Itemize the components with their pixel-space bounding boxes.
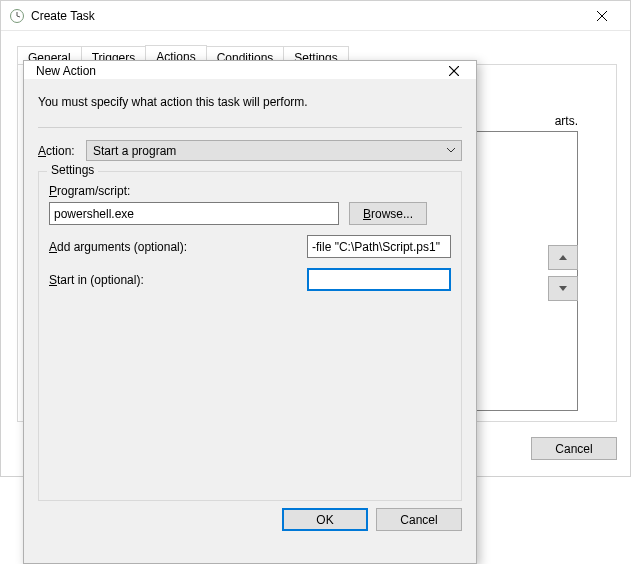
- reorder-buttons: [548, 245, 578, 301]
- titlebar: Create Task: [1, 1, 630, 31]
- program-row: Browse...: [49, 202, 451, 225]
- dialog-cancel-button[interactable]: Cancel: [376, 508, 462, 531]
- divider: [38, 127, 462, 128]
- close-button[interactable]: [582, 2, 622, 30]
- new-action-dialog: New Action You must specify what action …: [23, 60, 477, 564]
- startin-row: Start in (optional):: [49, 268, 451, 291]
- triangle-up-icon: [559, 255, 567, 260]
- startin-input[interactable]: [307, 268, 451, 291]
- program-input[interactable]: [49, 202, 339, 225]
- dialog-titlebar: New Action: [24, 61, 476, 79]
- browse-button[interactable]: Browse...: [349, 202, 427, 225]
- action-row: Action: Start a program: [38, 140, 462, 161]
- close-icon: [449, 66, 459, 76]
- settings-fieldset: Settings Program/script: Browse... Add a…: [38, 171, 462, 501]
- outer-button-row: Cancel: [531, 437, 617, 460]
- svg-marker-5: [559, 255, 567, 260]
- dialog-ok-button[interactable]: OK: [282, 508, 368, 531]
- cancel-button[interactable]: Cancel: [531, 437, 617, 460]
- close-icon: [597, 11, 607, 21]
- startin-label: Start in (optional):: [49, 273, 144, 287]
- peek-text: arts.: [555, 114, 578, 128]
- dialog-body: You must specify what action this task w…: [24, 79, 476, 545]
- dialog-title: New Action: [36, 64, 442, 78]
- move-up-button[interactable]: [548, 245, 578, 270]
- chevron-down-icon: [447, 148, 455, 153]
- dialog-instruction: You must specify what action this task w…: [38, 95, 462, 109]
- args-label: Add arguments (optional):: [49, 240, 187, 254]
- svg-marker-6: [559, 286, 567, 291]
- settings-legend: Settings: [47, 163, 98, 177]
- action-label: Action:: [38, 144, 86, 158]
- args-input[interactable]: [307, 235, 451, 258]
- triangle-down-icon: [559, 286, 567, 291]
- action-select[interactable]: Start a program: [86, 140, 462, 161]
- dialog-button-row: OK Cancel: [282, 508, 462, 531]
- window-title: Create Task: [31, 9, 582, 23]
- move-down-button[interactable]: [548, 276, 578, 301]
- clock-icon: [9, 8, 25, 24]
- args-row: Add arguments (optional):: [49, 235, 451, 258]
- program-label: Program/script:: [49, 184, 451, 198]
- action-select-value: Start a program: [93, 144, 176, 158]
